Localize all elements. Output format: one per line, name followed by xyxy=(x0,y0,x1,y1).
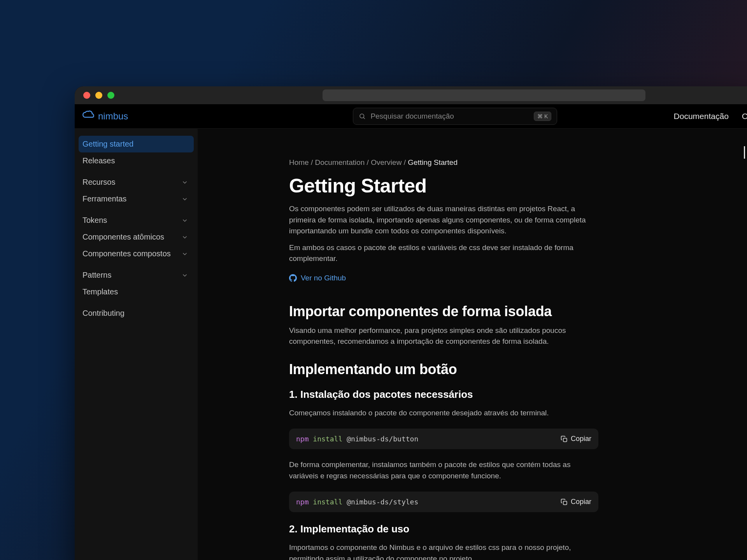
header-link-partial[interactable]: C xyxy=(742,112,747,121)
copy-icon xyxy=(561,436,568,443)
chevron-down-icon xyxy=(181,234,188,241)
sidebar-item-componentes-atômicos[interactable]: Componentes atômicos xyxy=(75,229,198,245)
cloud-icon xyxy=(82,110,94,122)
github-icon xyxy=(289,274,297,282)
sidebar-item-templates[interactable]: Templates xyxy=(75,284,198,300)
header-nav: Documentação C xyxy=(674,112,747,121)
chevron-down-icon xyxy=(181,196,188,203)
content: Home / Documentation / Overview / Gettin… xyxy=(198,129,622,560)
code-block: npm install @nimbus-ds/styles Copiar xyxy=(289,492,598,512)
copy-button[interactable]: Copiar xyxy=(561,435,591,443)
copy-icon xyxy=(561,499,568,506)
breadcrumb-part[interactable]: Overview xyxy=(371,158,402,166)
chevron-down-icon xyxy=(181,272,188,279)
svg-rect-2 xyxy=(563,438,567,441)
step-paragraph: De forma complementar, instalamos também… xyxy=(289,459,598,481)
section-heading: Implementando um botão xyxy=(289,361,598,378)
sidebar-item-label: Tokens xyxy=(82,216,107,225)
sidebar-item-label: Getting started xyxy=(82,140,133,149)
sidebar-item-tokens[interactable]: Tokens xyxy=(75,212,198,229)
svg-rect-3 xyxy=(563,501,567,504)
sidebar-item-label: Templates xyxy=(82,287,118,296)
breadcrumb: Home / Documentation / Overview / Gettin… xyxy=(289,158,598,167)
sidebar-item-label: Componentes compostos xyxy=(82,249,171,258)
sidebar-item-patterns[interactable]: Patterns xyxy=(75,267,198,284)
traffic-lights xyxy=(83,92,114,99)
code-text: npm install @nimbus-ds/button xyxy=(296,435,418,443)
search-box[interactable]: ⌘ K xyxy=(353,108,557,125)
toc-item[interactable]: Impo xyxy=(744,184,747,196)
browser-url-bar[interactable] xyxy=(323,89,645,101)
header-link-documentation[interactable]: Documentação xyxy=(674,112,729,121)
search-shortcut: ⌘ K xyxy=(534,112,551,121)
sidebar-item-releases[interactable]: Releases xyxy=(75,152,198,169)
step-paragraph: Começamos instalando o pacote do compone… xyxy=(289,408,598,419)
page-title: Getting Started xyxy=(289,175,598,197)
sidebar-item-contributing[interactable]: Contributing xyxy=(75,305,198,322)
step-paragraph: Importamos o componente do Nimbus e o ar… xyxy=(289,542,598,560)
github-link[interactable]: Ver no Github xyxy=(289,274,346,282)
toc-item[interactable]: Impl xyxy=(744,171,747,184)
step-heading: 2. Implementação de uso xyxy=(289,523,598,535)
step-heading: 1. Instalação dos pacotes necessários xyxy=(289,388,598,401)
intro-paragraph: Em ambos os casos o pacote de estilos e … xyxy=(289,242,598,264)
brand-name: nimbus xyxy=(98,111,128,122)
sidebar-item-label: Releases xyxy=(82,156,115,165)
sidebar-item-label: Ferramentas xyxy=(82,194,126,203)
sidebar-item-label: Patterns xyxy=(82,271,111,280)
intro-paragraph: Os componentes podem ser utilizados de d… xyxy=(289,203,598,237)
section-paragraph: Visando uma melhor performance, para pro… xyxy=(289,325,598,347)
svg-point-0 xyxy=(360,114,364,118)
breadcrumb-current: Getting Started xyxy=(408,158,458,166)
sidebar-item-getting-started[interactable]: Getting started xyxy=(79,136,194,152)
sidebar-item-recursos[interactable]: Recursos xyxy=(75,174,198,191)
svg-line-1 xyxy=(363,117,365,119)
toc-item[interactable]: Overview xyxy=(744,146,747,159)
brand-logo[interactable]: nimbus xyxy=(82,110,128,122)
sidebar: Getting startedReleasesRecursosFerrament… xyxy=(75,129,198,560)
search-input[interactable] xyxy=(370,112,529,121)
app-window: nimbus ⌘ K Documentação C Getting starte… xyxy=(75,86,747,560)
chevron-down-icon xyxy=(181,217,188,224)
chevron-down-icon xyxy=(181,250,188,257)
github-link-label: Ver no Github xyxy=(301,274,346,282)
toc-item[interactable]: Cons xyxy=(744,196,747,208)
breadcrumb-part[interactable]: Documentation xyxy=(315,158,365,166)
close-window-button[interactable] xyxy=(83,92,90,99)
sidebar-item-label: Contributing xyxy=(82,309,124,318)
maximize-window-button[interactable] xyxy=(107,92,114,99)
search-icon xyxy=(359,113,366,120)
code-block: npm install @nimbus-ds/button Copiar xyxy=(289,429,598,449)
sidebar-item-label: Recursos xyxy=(82,178,115,187)
copy-button[interactable]: Copiar xyxy=(561,498,591,506)
main-layout: Getting startedReleasesRecursosFerrament… xyxy=(75,129,747,560)
sidebar-item-label: Componentes atômicos xyxy=(82,233,164,242)
chevron-down-icon xyxy=(181,179,188,186)
code-text: npm install @nimbus-ds/styles xyxy=(296,498,418,506)
breadcrumb-part[interactable]: Home xyxy=(289,158,309,166)
toc-item[interactable]: Impo xyxy=(744,159,747,171)
section-heading: Importar componentes de forma isolada xyxy=(289,303,598,320)
minimize-window-button[interactable] xyxy=(95,92,102,99)
table-of-contents: OverviewImpoImplImpoCons xyxy=(744,146,747,208)
sidebar-item-ferramentas[interactable]: Ferramentas xyxy=(75,191,198,207)
app-header: nimbus ⌘ K Documentação C xyxy=(75,104,747,129)
sidebar-item-componentes-compostos[interactable]: Componentes compostos xyxy=(75,245,198,262)
titlebar xyxy=(75,86,747,104)
